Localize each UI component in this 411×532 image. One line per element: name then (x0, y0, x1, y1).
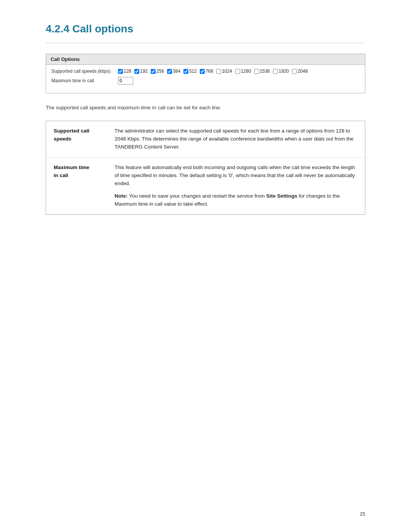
speed-checkbox-2048[interactable]: 2048 (292, 69, 308, 74)
speed-checkbox-768[interactable]: 768 (200, 69, 213, 74)
page-number: 25 (360, 511, 365, 517)
checkbox-768[interactable] (200, 69, 205, 74)
checkbox-1536[interactable] (254, 69, 259, 74)
supported-speeds-row: Supported call speeds (kbps) 12819225638… (51, 69, 360, 74)
speed-label-1920: 1920 (279, 69, 289, 74)
checkbox-384[interactable] (167, 69, 172, 74)
checkbox-2048[interactable] (292, 69, 297, 74)
speed-label-1024: 1024 (222, 69, 232, 74)
speed-label-384: 384 (173, 69, 180, 74)
checkboxes-container: 12819225638451276810241280153619202048 (118, 69, 309, 74)
term-max-time-in-call: Maximum timein call (46, 158, 107, 214)
speed-checkbox-128[interactable]: 128 (118, 69, 131, 74)
speed-checkbox-384[interactable]: 384 (167, 69, 180, 74)
max-time-input[interactable] (118, 77, 133, 85)
section-divider (46, 43, 365, 43)
speed-label-128: 128 (124, 69, 131, 74)
detail-table: Supported callspeeds The administrator c… (46, 121, 365, 214)
speed-checkbox-1536[interactable]: 1536 (254, 69, 270, 74)
checkbox-1920[interactable] (273, 69, 278, 74)
supported-call-speeds-row: Supported callspeeds The administrator c… (46, 121, 365, 157)
def-max-time-in-call: This feature will automatically end both… (107, 158, 365, 214)
speed-label-768: 768 (206, 69, 213, 74)
speed-checkbox-512[interactable]: 512 (183, 69, 197, 74)
def-supported-call-speeds: The administrator can select the support… (107, 121, 365, 157)
max-time-in-call-row: Maximum timein call This feature will au… (46, 158, 365, 214)
note-label: Note: (115, 193, 128, 199)
speed-label-1280: 1280 (241, 69, 251, 74)
panel-body: Supported call speeds (kbps) 12819225638… (46, 65, 365, 93)
checkbox-512[interactable] (183, 69, 188, 74)
call-options-panel: Call Options Supported call speeds (kbps… (46, 54, 365, 93)
site-settings-ref: Site Settings (266, 193, 297, 199)
speed-checkbox-1920[interactable]: 1920 (273, 69, 289, 74)
speed-label-512: 512 (189, 69, 197, 74)
max-time-label: Maximum time in call (51, 78, 118, 83)
term-supported-call-speeds: Supported callspeeds (46, 121, 107, 157)
speed-label-2048: 2048 (298, 69, 308, 74)
supported-speeds-label: Supported call speeds (kbps) (51, 69, 118, 74)
speed-checkbox-256[interactable]: 256 (151, 69, 164, 74)
checkbox-1024[interactable] (216, 69, 221, 74)
speed-label-192: 192 (140, 69, 148, 74)
speed-label-1536: 1536 (260, 69, 270, 74)
speed-label-256: 256 (156, 69, 164, 74)
checkbox-192[interactable] (134, 69, 139, 74)
description-text: The supported call speeds and maximum ti… (46, 104, 365, 112)
section-title: 4.2.4 Call options (46, 23, 365, 35)
speed-checkbox-1024[interactable]: 1024 (216, 69, 232, 74)
checkbox-1280[interactable] (235, 69, 240, 74)
checkbox-128[interactable] (118, 69, 123, 74)
checkbox-256[interactable] (151, 69, 156, 74)
speed-checkbox-192[interactable]: 192 (134, 69, 148, 74)
max-time-row: Maximum time in call (51, 77, 360, 85)
panel-header: Call Options (46, 54, 365, 65)
speed-checkbox-1280[interactable]: 1280 (235, 69, 251, 74)
